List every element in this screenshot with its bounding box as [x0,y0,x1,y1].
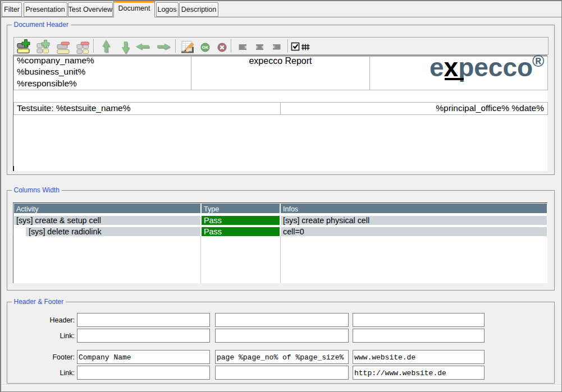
svg-text:OK: OK [202,45,209,50]
